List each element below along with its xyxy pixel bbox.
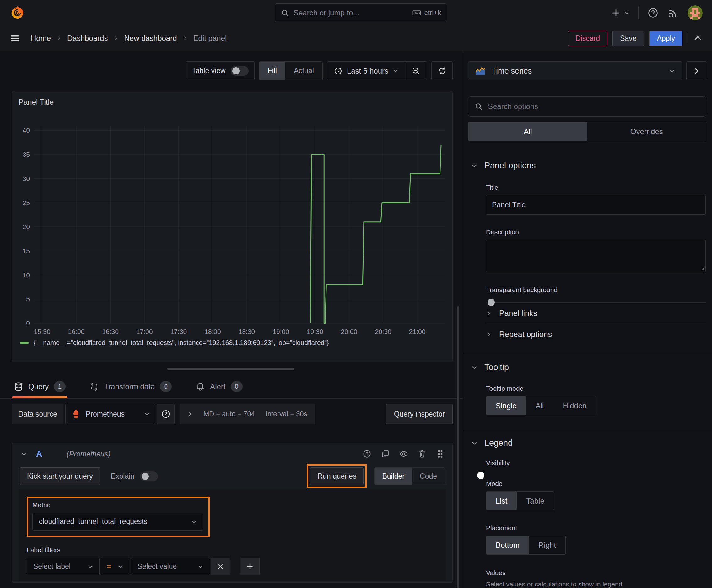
- tooltip-mode-single[interactable]: Single: [486, 396, 526, 415]
- tooltip-mode-hidden[interactable]: Hidden: [553, 396, 596, 415]
- run-queries-button[interactable]: Run queries: [310, 467, 364, 485]
- svg-text:20: 20: [23, 223, 30, 230]
- panel-title-input[interactable]: [486, 195, 706, 214]
- datasource-help-button[interactable]: [157, 404, 175, 424]
- placement-right[interactable]: Right: [529, 536, 565, 554]
- collapse-options-button[interactable]: [686, 61, 706, 80]
- options-search[interactable]: [468, 97, 706, 117]
- grafana-logo-icon[interactable]: [9, 5, 25, 21]
- chevron-down-icon: [471, 364, 477, 371]
- breadcrumb-edit-panel: Edit panel: [193, 34, 227, 43]
- tooltip-mode-all[interactable]: All: [526, 396, 554, 415]
- duplicate-query-icon[interactable]: [381, 449, 390, 458]
- max-data-points-stat: MD = auto = 704: [203, 410, 255, 418]
- pane-resize-handle[interactable]: [167, 368, 295, 370]
- time-range-picker[interactable]: Last 6 hours: [327, 62, 405, 80]
- select-value-dropdown[interactable]: Select value: [131, 558, 210, 575]
- prometheus-icon: [71, 408, 81, 419]
- vertical-scrollbar[interactable]: [457, 306, 459, 588]
- legend-section-header[interactable]: Legend: [468, 438, 706, 448]
- repeat-options-section[interactable]: Repeat options: [486, 324, 706, 344]
- visualization-picker[interactable]: Time series: [468, 61, 682, 80]
- global-search-input[interactable]: [294, 8, 408, 17]
- description-textarea[interactable]: [486, 240, 706, 272]
- apply-button[interactable]: Apply: [649, 31, 683, 46]
- breadcrumb-dashboards[interactable]: Dashboards: [67, 34, 108, 43]
- tab-query[interactable]: Query 1: [12, 377, 67, 398]
- options-search-input[interactable]: [488, 102, 700, 111]
- legend-mode-list[interactable]: List: [486, 491, 517, 510]
- panel-links-section[interactable]: Panel links: [486, 303, 706, 323]
- visualization-type: Time series: [492, 66, 663, 76]
- select-label-dropdown[interactable]: Select label: [27, 558, 100, 575]
- section-divider: [464, 354, 712, 354]
- tab-transform-data[interactable]: Transform data 0: [88, 377, 174, 398]
- svg-text:30: 30: [23, 175, 30, 182]
- toggle-visibility-icon[interactable]: [399, 449, 408, 459]
- metric-select[interactable]: cloudflared_tunnel_total_requests: [33, 512, 203, 530]
- svg-text:25: 25: [23, 199, 30, 206]
- resize-corner-icon[interactable]: [699, 266, 704, 271]
- kick-start-query-button[interactable]: Kick start your query: [20, 467, 100, 485]
- global-search[interactable]: ctrl+k: [275, 3, 447, 22]
- divider: [688, 32, 688, 45]
- news-feed-icon[interactable]: [667, 7, 679, 19]
- legend-mode-table[interactable]: Table: [517, 491, 554, 510]
- chart-legend-item[interactable]: {__name__="cloudflared_tunnel_total_requ…: [20, 339, 329, 346]
- section-divider: [464, 430, 712, 430]
- placement-bottom[interactable]: Bottom: [486, 536, 529, 554]
- panel-edit-workspace: Table view Fill Actual Last 6 hours: [0, 51, 453, 583]
- delete-query-icon[interactable]: [418, 449, 427, 458]
- actual-option[interactable]: Actual: [285, 62, 322, 80]
- discard-button[interactable]: Discard: [568, 31, 607, 46]
- query-ref-id: A: [36, 449, 42, 459]
- add-filter-button[interactable]: [240, 558, 260, 575]
- user-avatar[interactable]: [688, 5, 703, 20]
- operator-dropdown[interactable]: =: [100, 558, 130, 575]
- chevron-down-icon: [87, 564, 93, 569]
- chevron-right-icon: [57, 36, 62, 41]
- remove-filter-button[interactable]: [211, 558, 230, 575]
- breadcrumb-home[interactable]: Home: [31, 34, 51, 43]
- select-value-placeholder: Select value: [137, 562, 193, 571]
- chevron-down-icon[interactable]: [20, 450, 27, 457]
- breadcrumb: Home Dashboards New dashboard Edit panel: [31, 34, 226, 43]
- menu-icon[interactable]: [9, 33, 20, 44]
- tab-all[interactable]: All: [468, 122, 587, 141]
- tab-overrides[interactable]: Overrides: [587, 122, 706, 141]
- query-help-icon[interactable]: [363, 449, 371, 458]
- breadcrumb-new-dashboard[interactable]: New dashboard: [124, 34, 177, 43]
- drag-handle-icon[interactable]: [436, 449, 444, 459]
- svg-text:16:30: 16:30: [102, 328, 118, 335]
- tooltip-section-header[interactable]: Tooltip: [468, 362, 706, 372]
- grafana-app: ctrl+k: [0, 0, 712, 588]
- code-option[interactable]: Code: [412, 468, 445, 485]
- tab-query-label: Query: [28, 382, 49, 391]
- refresh-icon: [437, 66, 447, 76]
- refresh-button[interactable]: [431, 61, 453, 80]
- tooltip-mode-label: Tooltip mode: [486, 385, 706, 392]
- zoom-out-time-button[interactable]: [405, 62, 427, 80]
- table-view-toggle[interactable]: [231, 66, 249, 76]
- chevron-up-icon[interactable]: [693, 34, 703, 43]
- explain-toggle[interactable]: [140, 471, 158, 481]
- svg-text:17:00: 17:00: [136, 328, 153, 335]
- fill-option[interactable]: Fill: [259, 62, 285, 80]
- help-icon[interactable]: [647, 7, 659, 19]
- panel-options-section-header[interactable]: Panel options: [468, 161, 706, 171]
- chevron-down-icon: [198, 564, 203, 569]
- panel-links-label: Panel links: [499, 309, 537, 318]
- run-queries-annotation: Run queries: [310, 467, 364, 485]
- datasource-picker[interactable]: Prometheus: [65, 404, 155, 424]
- query-row-header[interactable]: A (Prometheus): [12, 443, 452, 465]
- save-button[interactable]: Save: [612, 31, 644, 46]
- time-series-chart[interactable]: 051015202530354015:3016:0016:3017:0017:3…: [12, 123, 446, 338]
- bell-icon: [196, 382, 205, 391]
- new-menu-button[interactable]: [611, 8, 629, 18]
- query-inspector-button[interactable]: Query inspector: [386, 404, 453, 424]
- builder-option[interactable]: Builder: [374, 468, 412, 485]
- tab-alert[interactable]: Alert 0: [194, 377, 244, 398]
- query-options-summary[interactable]: MD = auto = 704 Interval = 30s: [179, 404, 315, 424]
- chevron-down-icon: [191, 519, 197, 525]
- svg-text:35: 35: [23, 151, 30, 158]
